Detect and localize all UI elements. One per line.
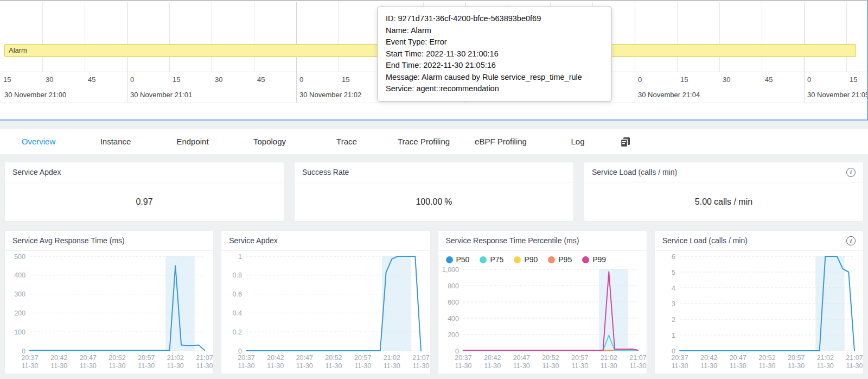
tick-label: 30 [215, 75, 222, 84]
tab-overview[interactable]: Overview [0, 129, 77, 154]
card-title: Service Avg Response Time (ms) [12, 236, 125, 245]
grid-line [212, 2, 212, 72]
metric-value: 5.00 [695, 197, 712, 207]
avg-response-time-chart: 010020030040050020:3711-3020:4211-3020:4… [5, 251, 213, 374]
tick-label: 0 [130, 75, 134, 84]
percentile-legend: P50P75P90P95P99 [438, 251, 647, 264]
tick-label: 0 [807, 75, 811, 84]
chart-card-response-time-percentile: Service Response Time Percentile (ms) P5… [438, 230, 647, 374]
tooltip-event-type: Event Type: Error [386, 36, 603, 48]
metric-value: 100.00 [416, 197, 442, 207]
response-time-percentile-chart: 02004006008001,00020:3711-3020:4211-3020… [438, 264, 647, 374]
tab-trace[interactable]: Trace [308, 129, 385, 154]
svg-text:21:0211-30: 21:0211-30 [816, 354, 833, 370]
tab-ebpf-profiling[interactable]: eBPF Profiling [462, 129, 539, 154]
legend-label: P90 [524, 255, 538, 264]
legend-item-p95[interactable]: P95 [548, 255, 572, 264]
svg-text:20:5211-30: 20:5211-30 [758, 354, 775, 370]
tick-label: 15 [850, 75, 857, 84]
metric-card-success-rate: Success Rate 100.00% [294, 162, 574, 222]
tab-log[interactable]: Log [539, 129, 616, 154]
card-title: Service Response Time Percentile (ms) [446, 236, 579, 245]
card-title: Service Load (calls / min) [662, 236, 748, 245]
tooltip-service: Service: agent::recommendation [386, 83, 603, 95]
svg-text:20:4211-30: 20:4211-30 [484, 354, 501, 370]
svg-text:200: 200 [448, 331, 459, 339]
svg-text:20:5711-30: 20:5711-30 [788, 354, 805, 370]
tick-label: 15 [3, 75, 11, 84]
svg-text:400: 400 [14, 271, 25, 279]
svg-text:4: 4 [672, 285, 675, 292]
tab-topology[interactable]: Topology [231, 129, 308, 154]
svg-text:20:5211-30: 20:5211-30 [542, 354, 559, 370]
event-timeline[interactable]: Alarm 1530450153045015304501530450153045… [0, 0, 868, 121]
svg-text:20:3711-30: 20:3711-30 [671, 354, 688, 370]
svg-text:21:0711-30: 21:0711-30 [413, 354, 430, 370]
grid-line [677, 2, 678, 72]
service-load-chart: 012345620:3711-3020:4211-3020:4711-3020:… [655, 251, 863, 374]
grid-line [846, 2, 847, 72]
info-icon[interactable]: i [846, 236, 856, 245]
svg-text:0.4: 0.4 [233, 309, 242, 317]
svg-text:600: 600 [448, 299, 459, 306]
svg-text:21:0711-30: 21:0711-30 [629, 354, 646, 370]
svg-text:100: 100 [14, 329, 25, 336]
tick-label: 30 [723, 75, 730, 84]
svg-text:20:5711-30: 20:5711-30 [354, 354, 371, 370]
svg-text:20:5711-30: 20:5711-30 [138, 354, 155, 370]
metric-cards-row: Service Apdex 0.97 Success Rate 100.00% … [0, 162, 868, 222]
tab-instance[interactable]: Instance [77, 129, 154, 154]
grid-line [762, 2, 762, 72]
card-title: Service Apdex [12, 168, 61, 176]
tooltip-name: Name: Alarm [386, 25, 603, 37]
service-apdex-chart: 00.20.40.60.8120:3711-3020:4211-3020:471… [221, 251, 430, 374]
metric-card-service-load: Service Load (calls / min) i 5.00calls /… [584, 162, 864, 222]
legend-item-p99[interactable]: P99 [582, 255, 606, 264]
tick-label: 45 [257, 75, 265, 84]
svg-text:20:4211-30: 20:4211-30 [700, 354, 717, 370]
svg-text:300: 300 [14, 290, 25, 298]
date-label: 30 November 21:04 [638, 91, 700, 99]
svg-text:200: 200 [14, 309, 25, 317]
copy-icon[interactable] [618, 135, 632, 149]
grid-line [635, 2, 635, 72]
svg-text:20:3711-30: 20:3711-30 [238, 354, 255, 370]
grid-line [85, 2, 85, 72]
svg-text:800: 800 [448, 282, 459, 290]
svg-text:1,000: 1,000 [442, 266, 458, 274]
grid-line [339, 2, 339, 72]
tick-label: 45 [765, 75, 773, 84]
grid-line [169, 2, 170, 72]
tab-trace-profiling[interactable]: Trace Profiling [385, 129, 462, 154]
legend-dot [446, 256, 453, 263]
svg-text:500: 500 [14, 253, 25, 261]
event-tooltip: ID: 9271d731-36cf-4200-bfce-563893be0f69… [377, 7, 612, 102]
chart-card-avg-response-time: Service Avg Response Time (ms) 010020030… [4, 230, 214, 374]
svg-text:20:5711-30: 20:5711-30 [571, 354, 588, 370]
metric-value: 0.97 [136, 197, 152, 207]
date-label: 30 November 21:02 [299, 91, 361, 99]
card-title: Success Rate [302, 168, 349, 176]
svg-text:6: 6 [672, 253, 675, 261]
chart-cards-row: Service Avg Response Time (ms) 010020030… [0, 230, 868, 374]
tick-label: 30 [46, 75, 53, 84]
info-icon[interactable]: i [846, 168, 856, 177]
legend-item-p75[interactable]: P75 [480, 255, 503, 264]
svg-text:2: 2 [672, 316, 675, 324]
tab-endpoint[interactable]: Endpoint [154, 129, 231, 154]
tabs-container: OverviewInstanceEndpointTopologyTraceTra… [0, 129, 616, 154]
legend-label: P50 [456, 255, 470, 264]
card-title: Service Load (calls / min) [592, 168, 677, 176]
svg-text:20:4711-30: 20:4711-30 [513, 354, 529, 370]
tick-label: 15 [173, 75, 180, 84]
legend-label: P95 [558, 255, 572, 264]
date-label: 30 November 21:05 [807, 91, 868, 99]
svg-text:20:4711-30: 20:4711-30 [80, 354, 97, 370]
legend-dot [514, 256, 521, 263]
legend-item-p50[interactable]: P50 [446, 255, 470, 264]
svg-text:21:0211-30: 21:0211-30 [167, 354, 184, 370]
legend-item-p90[interactable]: P90 [514, 255, 538, 264]
tick-label: 15 [342, 75, 349, 84]
svg-text:0.8: 0.8 [233, 271, 242, 279]
tick-label: 0 [299, 75, 303, 84]
